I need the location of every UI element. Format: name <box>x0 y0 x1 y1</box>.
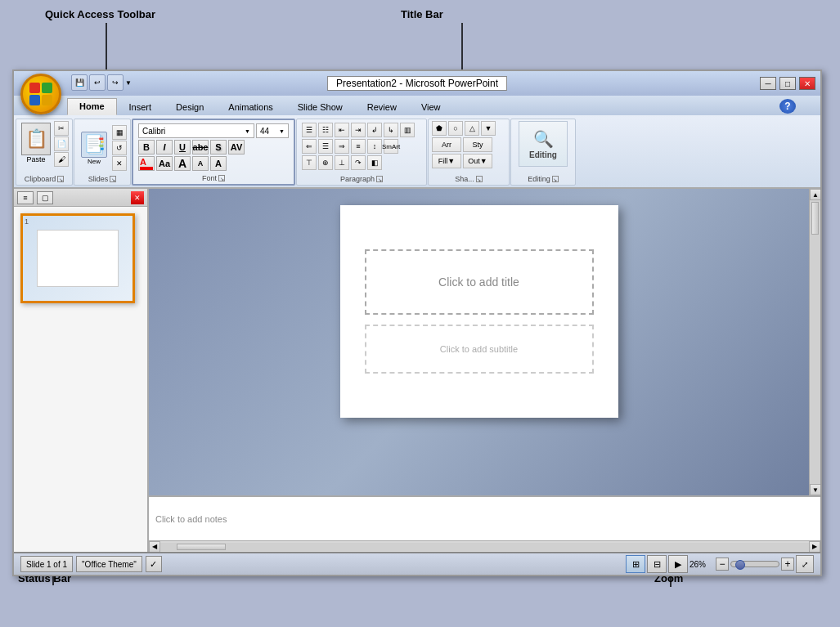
slide-subtitle-placeholder[interactable]: Click to add subtitle <box>365 325 594 374</box>
fit-to-window-button[interactable]: ⤢ <box>796 555 814 573</box>
slide-1-thumbnail[interactable]: 1 <box>20 213 135 303</box>
scroll-thumb[interactable] <box>811 202 819 235</box>
editing-expand[interactable]: ↘ <box>552 176 559 182</box>
spellcheck-button[interactable]: ✓ <box>146 556 162 572</box>
tab-insert[interactable]: Insert <box>117 99 164 115</box>
shape-fill-button[interactable]: Fill▼ <box>432 154 461 168</box>
underline-button[interactable]: U <box>174 140 191 155</box>
ltr-button[interactable]: ↳ <box>384 123 398 137</box>
align-left-button[interactable]: ⇐ <box>302 139 317 154</box>
slides-expand[interactable]: ↘ <box>110 176 116 182</box>
font-expand[interactable]: ↘ <box>218 175 225 181</box>
tab-slideshow[interactable]: Slide Show <box>285 99 355 115</box>
tab-home[interactable]: Home <box>67 98 117 115</box>
qat-dropdown[interactable]: ▼ <box>125 79 132 87</box>
close-pane-button[interactable]: ✕ <box>131 191 144 204</box>
tab-design[interactable]: Design <box>164 99 216 115</box>
bold-button[interactable]: B <box>138 140 155 155</box>
rtl-button[interactable]: ↲ <box>367 123 382 137</box>
qat-save[interactable]: 💾 <box>71 74 88 91</box>
justify-button[interactable]: ≡ <box>351 139 366 154</box>
indent-increase-button[interactable]: ⇥ <box>351 123 366 137</box>
close-button[interactable]: ✕ <box>799 77 815 90</box>
smartart-button[interactable]: SmArt <box>384 139 398 154</box>
drawing-label-text: Sha... <box>455 175 474 183</box>
bullets-button[interactable]: ☰ <box>302 123 317 137</box>
shadow-button[interactable]: S <box>210 140 227 155</box>
tab-review[interactable]: Review <box>355 99 409 115</box>
zoom-track[interactable] <box>730 561 779 567</box>
font-color-button[interactable]: A <box>138 156 155 171</box>
office-menu-button[interactable] <box>20 74 61 114</box>
shape-outline-button[interactable]: Out▼ <box>463 154 492 168</box>
slides-group: 📑 New ▦ ↺ ✕ Slides ↘ <box>74 119 131 186</box>
align-center-button[interactable]: ☰ <box>318 139 333 154</box>
column-button[interactable]: ▥ <box>400 123 415 137</box>
zoom-thumb[interactable] <box>735 560 745 570</box>
normal-view-button[interactable]: ⊞ <box>626 555 645 573</box>
zoom-in-button[interactable]: + <box>781 558 794 571</box>
align-bottom-button[interactable]: ⊥ <box>335 155 349 170</box>
font-row-2: B I U abc S AV <box>138 140 289 155</box>
qat-undo[interactable]: ↩ <box>89 74 106 91</box>
vertical-scrollbar[interactable]: ▲ ▼ <box>809 189 820 495</box>
slide-canvas[interactable]: Click to add title Click to add subtitle <box>340 205 618 418</box>
shape-1[interactable]: ⬟ <box>432 121 447 136</box>
line-spacing-button[interactable]: ↕ <box>367 139 382 154</box>
horizontal-scrollbar[interactable]: ◀ ▶ <box>149 540 820 552</box>
numbering-button[interactable]: ☷ <box>318 123 333 137</box>
copy-button[interactable]: 📄 <box>54 137 69 151</box>
delete-slide-button[interactable]: ✕ <box>112 156 127 171</box>
new-slide-button[interactable]: 📑 New <box>78 130 110 167</box>
scroll-up-arrow[interactable]: ▲ <box>810 189 820 200</box>
slides-view-btn[interactable]: ▢ <box>37 191 53 204</box>
strikethrough-button[interactable]: abc <box>192 140 209 155</box>
align-middle-button[interactable]: ⊕ <box>318 155 333 170</box>
cut-button[interactable]: ✂ <box>54 121 69 136</box>
editing-big-button[interactable]: 🔍 Editing <box>519 121 568 167</box>
align-top-button[interactable]: ⊤ <box>302 155 317 170</box>
drawing-expand[interactable]: ↘ <box>476 176 483 182</box>
help-button[interactable]: ? <box>779 99 796 114</box>
highlight-button[interactable]: Aa <box>156 156 173 171</box>
zoom-out-button[interactable]: − <box>716 558 729 571</box>
shape-3[interactable]: △ <box>465 121 479 136</box>
clipboard-expand[interactable]: ↘ <box>57 176 64 182</box>
slide-show-button[interactable]: ▶ <box>668 555 688 573</box>
maximize-button[interactable]: □ <box>779 77 796 90</box>
scroll-track[interactable] <box>810 200 820 484</box>
font-size-a-button[interactable]: A <box>174 156 191 171</box>
notes-area[interactable]: Click to add notes <box>149 495 820 540</box>
reset-button[interactable]: ↺ <box>112 141 127 155</box>
scroll-right-arrow[interactable]: ▶ <box>809 541 820 553</box>
convert-smartart-button[interactable]: ◧ <box>367 155 382 170</box>
change-case-button[interactable]: AV <box>228 140 245 155</box>
shape-2[interactable]: ○ <box>448 121 463 136</box>
slide-title-placeholder[interactable]: Click to add title <box>365 249 594 315</box>
scroll-down-arrow[interactable]: ▼ <box>810 484 820 495</box>
qat-redo[interactable]: ↪ <box>107 74 124 91</box>
shapes-more[interactable]: ▼ <box>481 121 496 136</box>
h-scroll-thumb[interactable] <box>177 544 226 550</box>
quick-styles-button[interactable]: Sty <box>463 137 492 152</box>
paragraph-expand[interactable]: ↘ <box>376 176 383 182</box>
clear-format-button[interactable]: A <box>210 156 227 171</box>
font-size-a-small-button[interactable]: A <box>192 156 209 171</box>
minimize-button[interactable]: ─ <box>760 77 776 90</box>
text-direction-button[interactable]: ↷ <box>351 155 366 170</box>
paste-button[interactable]: 📋 Paste <box>20 121 52 165</box>
scroll-left-arrow[interactable]: ◀ <box>149 541 160 553</box>
align-right-button[interactable]: ⇒ <box>335 139 349 154</box>
tab-view[interactable]: View <box>409 99 453 115</box>
indent-decrease-button[interactable]: ⇤ <box>335 123 349 137</box>
layout-button[interactable]: ▦ <box>112 125 127 140</box>
tab-animations[interactable]: Animations <box>216 99 285 115</box>
font-name-dropdown[interactable]: Calibri ▼ <box>138 123 254 138</box>
arrange-button[interactable]: Arr <box>432 137 461 152</box>
outline-view-btn[interactable]: ≡ <box>17 191 34 204</box>
slide-sorter-button[interactable]: ⊟ <box>647 555 667 573</box>
h-scroll-track[interactable] <box>160 543 809 551</box>
font-size-dropdown[interactable]: 44 ▼ <box>256 123 289 138</box>
italic-button[interactable]: I <box>156 140 173 155</box>
format-painter-button[interactable]: 🖌 <box>54 152 69 167</box>
